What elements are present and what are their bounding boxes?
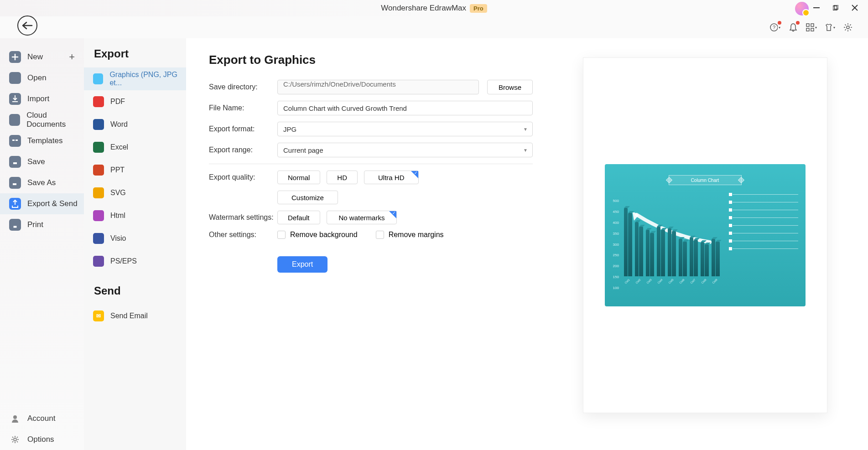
- svg-rect-19: [13, 222, 17, 223]
- svg-point-11: [847, 26, 849, 29]
- app-title: Wondershare EdrawMax: [381, 4, 466, 13]
- left-sidebar: New+OpenImportCloud DocumentsTemplatesSa…: [0, 38, 84, 450]
- format-pseps[interactable]: PS/EPS: [84, 250, 186, 273]
- minimize-button[interactable]: [812, 4, 821, 12]
- remove-margins-checkbox[interactable]: [376, 231, 384, 239]
- divider: [209, 164, 533, 164]
- pro-badge: Pro: [470, 4, 487, 13]
- watermark-default-button[interactable]: Default: [277, 211, 320, 224]
- nav-cloud-documents[interactable]: Cloud Documents: [0, 109, 84, 130]
- format-visio[interactable]: Visio: [84, 227, 186, 250]
- browse-button[interactable]: Browse: [487, 80, 533, 94]
- remove-bg-label: Remove background: [290, 231, 358, 239]
- svg-rect-8: [811, 24, 814, 26]
- nav-open[interactable]: Open: [0, 67, 84, 88]
- export-format-label: Export format:: [209, 125, 277, 133]
- svg-rect-0: [813, 7, 820, 8]
- save-dir-label: Save directory:: [209, 83, 277, 91]
- file-name-input[interactable]: [277, 101, 533, 115]
- file-name-label: File Name:: [209, 104, 277, 112]
- quality-ultra-button[interactable]: Ultra HD: [364, 171, 419, 184]
- help-icon[interactable]: ?▾: [769, 22, 780, 33]
- main-content: Export to Graphics Save directory: C:/Us…: [186, 38, 868, 450]
- format-svg[interactable]: SVG: [84, 181, 186, 204]
- svg-rect-7: [806, 24, 809, 26]
- quality-normal-button[interactable]: Normal: [277, 171, 320, 184]
- maximize-button[interactable]: [832, 4, 840, 12]
- nav-save-as[interactable]: Save As: [0, 172, 84, 193]
- export-range-select[interactable]: Current page▼: [277, 143, 533, 157]
- remove-bg-checkbox[interactable]: [277, 231, 286, 239]
- toolbar: ?▾ ▾ ▾: [0, 16, 868, 38]
- svg-rect-16: [13, 183, 16, 185]
- svg-point-22: [14, 438, 16, 441]
- back-button[interactable]: [17, 16, 37, 36]
- bell-icon[interactable]: [788, 22, 799, 33]
- nav-options[interactable]: Options: [0, 429, 84, 450]
- shirt-icon[interactable]: ▾: [824, 22, 835, 33]
- export-button[interactable]: Export: [277, 256, 327, 273]
- nav-new[interactable]: New+: [0, 47, 84, 67]
- nav-save[interactable]: Save: [0, 151, 84, 172]
- user-avatar[interactable]: [795, 2, 809, 16]
- format-graphics[interactable]: Graphics (PNG, JPG et...: [84, 67, 186, 90]
- page-title: Export to Graphics: [209, 53, 533, 67]
- close-button[interactable]: [851, 4, 859, 12]
- quality-hd-button[interactable]: HD: [327, 171, 358, 184]
- chart-title: Column Chart: [669, 175, 742, 185]
- svg-rect-15: [13, 162, 17, 164]
- export-format-select[interactable]: JPG▼: [277, 122, 533, 136]
- export-heading: Export: [84, 47, 186, 67]
- titlebar: Wondershare EdrawMax Pro: [0, 0, 868, 16]
- quality-customize-button[interactable]: Customize: [277, 191, 338, 204]
- other-label: Other settings:: [209, 231, 277, 239]
- svg-rect-13: [12, 140, 15, 141]
- nav-export-send[interactable]: Export & Send: [0, 193, 84, 214]
- svg-text:?: ?: [773, 25, 775, 30]
- svg-point-21: [13, 415, 17, 419]
- quality-label: Export quality:: [209, 173, 277, 181]
- remove-margins-label: Remove margins: [389, 231, 444, 239]
- nav-templates[interactable]: Templates: [0, 130, 84, 151]
- format-ppt[interactable]: PPT: [84, 159, 186, 181]
- chart-preview: Column Chart 500450400350300250200150100…: [605, 164, 806, 306]
- send-heading: Send: [84, 273, 186, 305]
- svg-rect-10: [811, 28, 814, 31]
- settings-icon[interactable]: [842, 22, 853, 33]
- apps-icon[interactable]: ▾: [806, 22, 817, 33]
- format-sidebar: Export Graphics (PNG, JPG et...PDFWordEx…: [84, 38, 186, 450]
- svg-rect-9: [806, 28, 809, 31]
- watermark-none-button[interactable]: No watermarks: [327, 211, 397, 224]
- send-email[interactable]: ✉Send Email: [84, 305, 186, 327]
- svg-rect-20: [13, 226, 17, 228]
- svg-rect-14: [16, 140, 18, 141]
- preview-panel: Column Chart 500450400350300250200150100…: [583, 57, 827, 413]
- new-plus-icon[interactable]: +: [69, 51, 75, 63]
- watermark-label: Watermark settings:: [209, 213, 277, 222]
- format-html[interactable]: Html: [84, 204, 186, 227]
- svg-point-17: [16, 184, 19, 186]
- nav-account[interactable]: Account: [0, 408, 84, 429]
- save-dir-field: C:/Users/rimzh/OneDrive/Documents: [277, 80, 479, 94]
- export-range-label: Export range:: [209, 146, 277, 154]
- format-excel[interactable]: Excel: [84, 136, 186, 159]
- nav-print[interactable]: Print: [0, 214, 84, 235]
- format-pdf[interactable]: PDF: [84, 90, 186, 113]
- svg-rect-12: [11, 137, 19, 145]
- nav-import[interactable]: Import: [0, 88, 84, 109]
- format-word[interactable]: Word: [84, 113, 186, 136]
